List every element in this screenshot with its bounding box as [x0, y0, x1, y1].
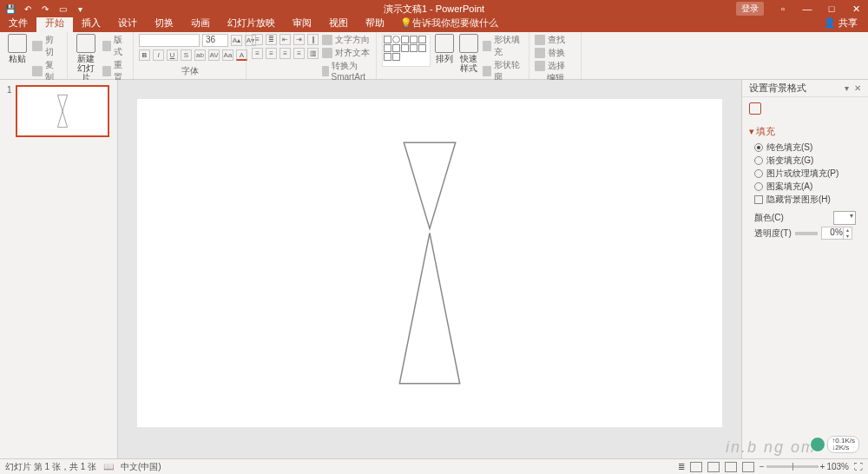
- shape-fill-button[interactable]: 形状填充: [483, 34, 523, 58]
- tab-insert[interactable]: 插入: [73, 15, 109, 32]
- slide[interactable]: [137, 99, 722, 427]
- ribbon-options-icon[interactable]: ▫: [771, 0, 795, 17]
- zoom-in-icon[interactable]: +: [820, 462, 825, 471]
- tab-view[interactable]: 视图: [320, 15, 357, 32]
- save-icon[interactable]: 💾: [3, 2, 17, 16]
- pattern-fill-label: 图案填充(A): [766, 181, 812, 193]
- tab-design[interactable]: 设计: [109, 15, 146, 32]
- replace-button[interactable]: 替换: [535, 47, 565, 59]
- font-family-input[interactable]: [139, 34, 200, 47]
- spellcheck-icon[interactable]: 📖: [103, 462, 114, 471]
- cut-button[interactable]: 剪切: [32, 34, 62, 58]
- tab-file[interactable]: 文件: [0, 15, 36, 32]
- increase-font-icon[interactable]: A▴: [231, 35, 242, 46]
- status-slide[interactable]: 幻灯片 第 1 张，共 1 张: [5, 461, 96, 473]
- strike-icon[interactable]: S: [181, 49, 192, 61]
- normal-view-icon[interactable]: [690, 462, 702, 472]
- status-bar: 幻灯片 第 1 张，共 1 张 📖 中文(中国) ≣ − + 103% ⛶: [0, 458, 868, 474]
- redo-icon[interactable]: ↷: [38, 2, 52, 16]
- indent-inc-icon[interactable]: ⇥: [293, 34, 305, 45]
- text-direction-label: 文字方向: [335, 34, 370, 46]
- undo-icon[interactable]: ↶: [21, 2, 35, 16]
- find-button[interactable]: 查找: [535, 34, 565, 46]
- font-size-input[interactable]: 36: [202, 34, 228, 47]
- italic-icon[interactable]: I: [153, 49, 164, 61]
- maximize-icon[interactable]: □: [819, 0, 844, 17]
- transparency-input[interactable]: 0%▴▾: [821, 227, 852, 240]
- sorter-view-icon[interactable]: [707, 462, 720, 472]
- align-left-icon[interactable]: ≡: [252, 48, 263, 59]
- fit-to-window-icon[interactable]: ⛶: [854, 462, 863, 471]
- fill-section[interactable]: ▾ 填充: [749, 125, 861, 138]
- hide-bg-label: 隐藏背景图形(H): [766, 194, 831, 206]
- indent-dec-icon[interactable]: ⇤: [279, 34, 291, 45]
- gradient-fill-option[interactable]: 渐变填充(G): [754, 155, 861, 167]
- transparency-slider[interactable]: [795, 232, 818, 235]
- bold-icon[interactable]: B: [139, 49, 150, 61]
- align-center-icon[interactable]: ≡: [266, 48, 277, 59]
- quick-styles-button[interactable]: 快速样式: [458, 34, 479, 73]
- shape-tri-icon: [384, 44, 391, 52]
- slideshow-view-icon[interactable]: [742, 462, 754, 472]
- paste-icon: [8, 34, 27, 53]
- smartart-button[interactable]: 转换为 SmartArt: [322, 60, 371, 82]
- tab-transitions[interactable]: 切换: [146, 15, 182, 32]
- fill-tab-icon[interactable]: [742, 97, 868, 122]
- zoom-out-icon[interactable]: −: [760, 462, 765, 471]
- shape-g6-icon: [392, 53, 400, 61]
- zoom-slider[interactable]: [766, 465, 819, 468]
- status-language[interactable]: 中文(中国): [121, 461, 161, 473]
- login-button[interactable]: 登录: [736, 2, 764, 16]
- tab-home[interactable]: 开始: [36, 15, 73, 32]
- share-button[interactable]: 👤 共享: [813, 16, 868, 32]
- spacing-icon[interactable]: AV: [208, 49, 220, 61]
- columns-icon[interactable]: ▥: [307, 48, 319, 59]
- slide-canvas-area: [118, 80, 741, 458]
- text-direction-button[interactable]: 文字方向: [322, 34, 371, 46]
- panel-close-icon[interactable]: ✕: [854, 83, 861, 93]
- align-right-icon[interactable]: ≡: [279, 48, 291, 59]
- svg-marker-1: [57, 111, 67, 128]
- tab-slideshow[interactable]: 幻灯片放映: [219, 15, 284, 32]
- solid-fill-option[interactable]: 纯色填充(S): [754, 142, 861, 154]
- layout-button[interactable]: 版式: [102, 34, 128, 58]
- new-slide-button[interactable]: 新建 幻灯片: [73, 34, 99, 82]
- underline-icon[interactable]: U: [167, 49, 178, 61]
- thumbnail-1[interactable]: [16, 85, 109, 137]
- tab-animations[interactable]: 动画: [182, 15, 219, 32]
- color-picker[interactable]: [833, 211, 856, 225]
- bullets-icon[interactable]: ≡: [252, 34, 263, 45]
- zoom-control: − + 103%: [760, 462, 849, 471]
- tab-help[interactable]: 帮助: [357, 15, 393, 32]
- arrange-button[interactable]: 排列: [434, 34, 455, 63]
- zoom-value[interactable]: 103%: [826, 462, 849, 471]
- app-title: 演示文稿1 - PowerPoint: [384, 3, 484, 16]
- minimize-icon[interactable]: —: [795, 0, 819, 17]
- shapes-gallery[interactable]: [382, 34, 431, 67]
- paste-button[interactable]: 粘贴: [5, 34, 29, 63]
- line-spacing-icon[interactable]: ‖: [307, 34, 319, 45]
- spin-down-icon[interactable]: ▾: [843, 234, 852, 240]
- case-icon[interactable]: Aa: [222, 49, 233, 61]
- panel-options-icon[interactable]: ▾: [845, 83, 849, 93]
- notes-button[interactable]: ≣: [678, 462, 685, 471]
- shape-fill-label: 形状填充: [494, 34, 523, 58]
- shadow-icon[interactable]: ab: [194, 49, 206, 61]
- start-from-beginning-icon[interactable]: ▭: [56, 2, 69, 16]
- align-text-button[interactable]: 对齐文本: [322, 47, 371, 59]
- close-icon[interactable]: ✕: [844, 0, 868, 17]
- fill-section-label: 填充: [756, 125, 775, 138]
- qat-more-icon[interactable]: ▾: [73, 2, 87, 16]
- justify-icon[interactable]: ≡: [293, 48, 305, 59]
- select-button[interactable]: 选择: [535, 60, 565, 72]
- solid-fill-label: 纯色填充(S): [766, 142, 812, 154]
- group-label-font: 字体: [139, 65, 240, 79]
- reading-view-icon[interactable]: [725, 462, 737, 472]
- tab-review[interactable]: 审阅: [284, 15, 320, 32]
- quick-access-toolbar: 💾 ↶ ↷ ▭ ▾: [3, 2, 87, 16]
- hide-bg-option[interactable]: 隐藏背景图形(H): [754, 194, 861, 206]
- picture-fill-option[interactable]: 图片或纹理填充(P): [754, 168, 861, 180]
- numbering-icon[interactable]: ≣: [266, 34, 277, 45]
- pattern-fill-option[interactable]: 图案填充(A): [754, 181, 861, 193]
- tell-me[interactable]: 💡 告诉我你想要做什么: [393, 16, 505, 32]
